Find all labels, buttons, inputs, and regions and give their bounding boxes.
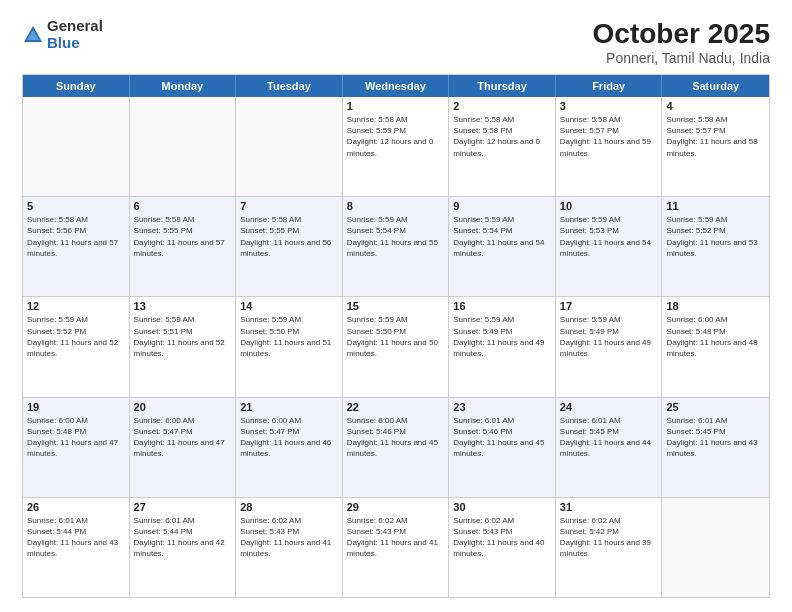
day-info: Sunrise: 6:02 AMSunset: 5:43 PMDaylight:… — [453, 515, 551, 560]
sunrise: Sunrise: 5:58 AM — [134, 215, 195, 224]
sunset: Sunset: 5:55 PM — [134, 226, 193, 235]
sunrise: Sunrise: 5:58 AM — [27, 215, 88, 224]
daylight: Daylight: 11 hours and 59 minutes. — [560, 137, 651, 157]
daylight: Daylight: 11 hours and 40 minutes. — [453, 538, 544, 558]
calendar-cell: 5Sunrise: 5:58 AMSunset: 5:56 PMDaylight… — [23, 197, 130, 296]
sunrise: Sunrise: 6:00 AM — [666, 315, 727, 324]
day-number: 27 — [134, 501, 232, 513]
sunrise: Sunrise: 5:58 AM — [453, 115, 514, 124]
day-info: Sunrise: 5:58 AMSunset: 5:57 PMDaylight:… — [560, 114, 658, 159]
calendar-cell: 25Sunrise: 6:01 AMSunset: 5:45 PMDayligh… — [662, 398, 769, 497]
day-number: 30 — [453, 501, 551, 513]
day-info: Sunrise: 5:59 AMSunset: 5:52 PMDaylight:… — [666, 214, 765, 259]
sunset: Sunset: 5:58 PM — [453, 126, 512, 135]
sunrise: Sunrise: 5:59 AM — [453, 315, 514, 324]
day-number: 10 — [560, 200, 658, 212]
sunset: Sunset: 5:51 PM — [134, 327, 193, 336]
day-number: 2 — [453, 100, 551, 112]
sunrise: Sunrise: 6:00 AM — [27, 416, 88, 425]
sunrise: Sunrise: 6:01 AM — [27, 516, 88, 525]
day-number: 28 — [240, 501, 338, 513]
day-info: Sunrise: 6:01 AMSunset: 5:44 PMDaylight:… — [27, 515, 125, 560]
sunrise: Sunrise: 6:01 AM — [666, 416, 727, 425]
day-number: 22 — [347, 401, 445, 413]
sunset: Sunset: 5:57 PM — [560, 126, 619, 135]
day-number: 31 — [560, 501, 658, 513]
sunrise: Sunrise: 6:01 AM — [560, 416, 621, 425]
calendar-cell: 24Sunrise: 6:01 AMSunset: 5:45 PMDayligh… — [556, 398, 663, 497]
day-info: Sunrise: 6:01 AMSunset: 5:44 PMDaylight:… — [134, 515, 232, 560]
day-info: Sunrise: 6:02 AMSunset: 5:43 PMDaylight:… — [347, 515, 445, 560]
calendar-cell: 27Sunrise: 6:01 AMSunset: 5:44 PMDayligh… — [130, 498, 237, 597]
calendar-cell: 31Sunrise: 6:02 AMSunset: 5:42 PMDayligh… — [556, 498, 663, 597]
sunset: Sunset: 5:52 PM — [27, 327, 86, 336]
daylight: Daylight: 11 hours and 58 minutes. — [666, 137, 757, 157]
sunrise: Sunrise: 6:00 AM — [347, 416, 408, 425]
calendar-row: 26Sunrise: 6:01 AMSunset: 5:44 PMDayligh… — [23, 497, 769, 597]
sunrise: Sunrise: 5:59 AM — [27, 315, 88, 324]
title-block: October 2025 Ponneri, Tamil Nadu, India — [593, 18, 770, 66]
calendar-cell: 20Sunrise: 6:00 AMSunset: 5:47 PMDayligh… — [130, 398, 237, 497]
day-number: 26 — [27, 501, 125, 513]
day-info: Sunrise: 5:59 AMSunset: 5:54 PMDaylight:… — [347, 214, 445, 259]
day-info: Sunrise: 5:59 AMSunset: 5:52 PMDaylight:… — [27, 314, 125, 359]
calendar-header-cell: Wednesday — [343, 75, 450, 97]
daylight: Daylight: 11 hours and 55 minutes. — [347, 238, 438, 258]
day-info: Sunrise: 5:58 AMSunset: 5:59 PMDaylight:… — [347, 114, 445, 159]
calendar-cell — [130, 97, 237, 196]
page-subtitle: Ponneri, Tamil Nadu, India — [593, 50, 770, 66]
calendar-row: 5Sunrise: 5:58 AMSunset: 5:56 PMDaylight… — [23, 196, 769, 296]
day-info: Sunrise: 6:00 AMSunset: 5:48 PMDaylight:… — [666, 314, 765, 359]
daylight: Daylight: 11 hours and 41 minutes. — [347, 538, 438, 558]
calendar-header-cell: Monday — [130, 75, 237, 97]
day-number: 21 — [240, 401, 338, 413]
day-info: Sunrise: 5:58 AMSunset: 5:56 PMDaylight:… — [27, 214, 125, 259]
sunset: Sunset: 5:46 PM — [347, 427, 406, 436]
sunset: Sunset: 5:46 PM — [453, 427, 512, 436]
daylight: Daylight: 11 hours and 49 minutes. — [560, 338, 651, 358]
calendar-row: 19Sunrise: 6:00 AMSunset: 5:48 PMDayligh… — [23, 397, 769, 497]
calendar-cell: 13Sunrise: 5:59 AMSunset: 5:51 PMDayligh… — [130, 297, 237, 396]
calendar-cell: 26Sunrise: 6:01 AMSunset: 5:44 PMDayligh… — [23, 498, 130, 597]
day-number: 12 — [27, 300, 125, 312]
day-number: 5 — [27, 200, 125, 212]
sunrise: Sunrise: 5:59 AM — [666, 215, 727, 224]
calendar-cell: 21Sunrise: 6:00 AMSunset: 5:47 PMDayligh… — [236, 398, 343, 497]
sunset: Sunset: 5:56 PM — [27, 226, 86, 235]
logo-blue: Blue — [47, 35, 103, 52]
calendar-cell: 28Sunrise: 6:02 AMSunset: 5:43 PMDayligh… — [236, 498, 343, 597]
daylight: Daylight: 11 hours and 43 minutes. — [27, 538, 118, 558]
calendar-row: 1Sunrise: 5:58 AMSunset: 5:59 PMDaylight… — [23, 97, 769, 196]
sunset: Sunset: 5:55 PM — [240, 226, 299, 235]
calendar-header-cell: Tuesday — [236, 75, 343, 97]
sunrise: Sunrise: 5:59 AM — [347, 215, 408, 224]
sunset: Sunset: 5:43 PM — [347, 527, 406, 536]
calendar-cell: 29Sunrise: 6:02 AMSunset: 5:43 PMDayligh… — [343, 498, 450, 597]
sunset: Sunset: 5:47 PM — [240, 427, 299, 436]
day-number: 24 — [560, 401, 658, 413]
calendar-cell: 12Sunrise: 5:59 AMSunset: 5:52 PMDayligh… — [23, 297, 130, 396]
sunset: Sunset: 5:53 PM — [560, 226, 619, 235]
daylight: Daylight: 11 hours and 46 minutes. — [240, 438, 331, 458]
daylight: Daylight: 11 hours and 54 minutes. — [453, 238, 544, 258]
sunrise: Sunrise: 5:58 AM — [240, 215, 301, 224]
sunrise: Sunrise: 6:01 AM — [453, 416, 514, 425]
logo: General Blue — [22, 18, 103, 51]
logo-icon — [22, 24, 44, 46]
sunset: Sunset: 5:43 PM — [453, 527, 512, 536]
day-number: 4 — [666, 100, 765, 112]
calendar-row: 12Sunrise: 5:59 AMSunset: 5:52 PMDayligh… — [23, 296, 769, 396]
sunset: Sunset: 5:49 PM — [560, 327, 619, 336]
day-info: Sunrise: 5:58 AMSunset: 5:55 PMDaylight:… — [240, 214, 338, 259]
daylight: Daylight: 11 hours and 51 minutes. — [240, 338, 331, 358]
day-number: 11 — [666, 200, 765, 212]
calendar-cell: 2Sunrise: 5:58 AMSunset: 5:58 PMDaylight… — [449, 97, 556, 196]
sunset: Sunset: 5:48 PM — [666, 327, 725, 336]
calendar-cell: 30Sunrise: 6:02 AMSunset: 5:43 PMDayligh… — [449, 498, 556, 597]
calendar-cell: 1Sunrise: 5:58 AMSunset: 5:59 PMDaylight… — [343, 97, 450, 196]
sunset: Sunset: 5:45 PM — [666, 427, 725, 436]
calendar-cell: 10Sunrise: 5:59 AMSunset: 5:53 PMDayligh… — [556, 197, 663, 296]
day-number: 14 — [240, 300, 338, 312]
day-info: Sunrise: 5:59 AMSunset: 5:49 PMDaylight:… — [453, 314, 551, 359]
daylight: Daylight: 11 hours and 49 minutes. — [453, 338, 544, 358]
